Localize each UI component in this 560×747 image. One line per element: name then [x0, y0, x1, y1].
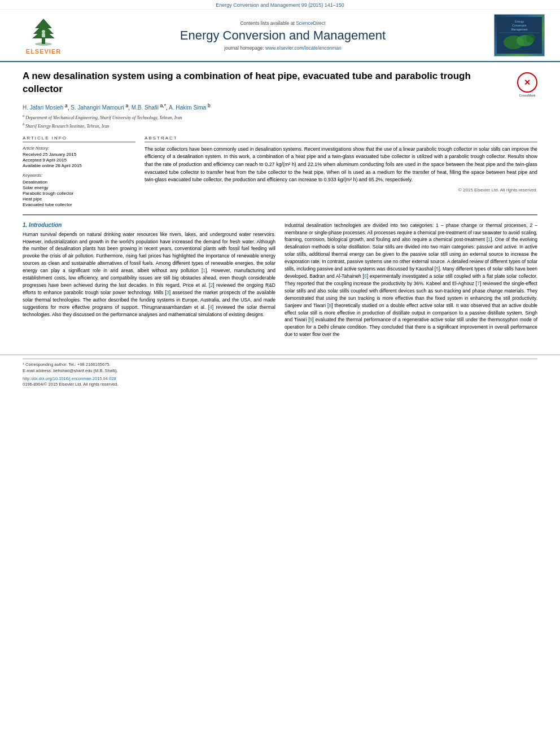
svg-text:Energy: Energy	[515, 20, 524, 23]
corresponding-note: * Corresponding author. Tel.: +98 216616…	[23, 362, 537, 367]
article-info-col: ARTICLE INFO Article history: Received 2…	[23, 136, 135, 208]
author-sima[interactable]: A. Hakim Sima	[169, 104, 206, 111]
journal-cover-area: Energy Conversion Management	[485, 14, 553, 56]
keyword-4: Heat pipe	[23, 196, 135, 202]
sciencedirect-link[interactable]: ScienceDirect	[296, 20, 325, 26]
svg-point-1	[35, 42, 52, 46]
received-date: Received 25 January 2015	[23, 152, 135, 157]
article-title: A new desalination system using a combin…	[23, 70, 511, 96]
affiliation-a: a Department of Mechanical Engineering, …	[23, 115, 182, 120]
accepted-date: Accepted 9 April 2015	[23, 158, 135, 163]
journal-homepage: journal homepage: www.elsevier.com/locat…	[80, 45, 485, 51]
article-info-header: ARTICLE INFO	[23, 136, 135, 142]
abstract-text: The solar collectors have been commonly …	[145, 146, 537, 184]
issn-line: 0196-8904/© 2015 Elsevier Ltd. All right…	[23, 382, 118, 387]
intro-text-right: Industrial desalination technologies are…	[285, 222, 537, 339]
journal-title: Energy Conversion and Management	[80, 28, 485, 43]
journal-info-center: Contents lists available at ScienceDirec…	[80, 20, 485, 51]
ref-6[interactable]: 6	[364, 273, 367, 279]
keyword-5: Evacuated tube collector	[23, 202, 135, 207]
info-abstract-section: ARTICLE INFO Article history: Received 2…	[23, 136, 537, 208]
cover-graphic: Energy Conversion Management	[497, 17, 542, 54]
journal-cover-image: Energy Conversion Management	[494, 14, 545, 56]
author-mosleh[interactable]: H. Jafari Mosleh	[23, 104, 63, 111]
ref-7[interactable]: 7	[477, 281, 480, 286]
content-area: A new desalination system using a combin…	[0, 62, 560, 349]
history-label: Article history:	[23, 146, 135, 151]
section-divider	[23, 215, 537, 215]
article-title-section: A new desalination system using a combin…	[23, 70, 537, 97]
author-shafii[interactable]: M.B. Shafii	[132, 104, 159, 111]
homepage-url[interactable]: www.elsevier.com/locate/enconman	[265, 45, 342, 51]
svg-rect-6	[42, 33, 45, 37]
ref-3[interactable]: 3	[167, 290, 169, 295]
intro-text-left: Human survival depends on natural drinki…	[23, 231, 275, 318]
affiliations: a Department of Mechanical Engineering, …	[23, 113, 537, 129]
body-col-left: 1. Introduction Human survival depends o…	[23, 222, 275, 342]
authors: H. Jafari Mosleh a, S. Jahangiri Mamouri…	[23, 103, 537, 111]
page-header: ELSEVIER Contents lists available at Sci…	[0, 10, 560, 62]
copyright: © 2015 Elsevier Ltd. All rights reserved…	[145, 187, 537, 193]
affiliation-b: b Sharif Energy Research Institute, Tehr…	[23, 124, 110, 129]
keywords-label: Keywords:	[23, 173, 135, 178]
author-list: H. Jafari Mosleh a, S. Jahangiri Mamouri…	[23, 104, 211, 111]
abstract-header: ABSTRACT	[145, 136, 537, 142]
keyword-3: Parabolic trough collector	[23, 191, 135, 196]
svg-text:Management: Management	[511, 28, 528, 31]
ref-9[interactable]: 9	[310, 317, 313, 322]
available-date: Available online 28 April 2015	[23, 163, 135, 168]
elsevier-logo-area: ELSEVIER	[7, 16, 80, 55]
ref-1-right[interactable]: 1	[488, 237, 491, 242]
ref-8[interactable]: 8	[329, 303, 331, 308]
page-footer: * Corresponding author. Tel.: +98 216616…	[0, 355, 560, 390]
abstract-col: ABSTRACT The solar collectors have been …	[145, 136, 537, 208]
keyword-1: Desalination	[23, 180, 135, 185]
doi-link[interactable]: http://dx.doi.org/10.1016/j.enconman.201…	[23, 376, 116, 381]
ref-2[interactable]: 2	[210, 282, 213, 288]
body-col-right: Industrial desalination technologies are…	[285, 222, 537, 342]
elsevier-tree-icon	[27, 16, 60, 47]
body-content: 1. Introduction Human survival depends o…	[23, 222, 537, 342]
sciencedirect-line: Contents lists available at ScienceDirec…	[80, 20, 485, 26]
svg-text:Conversion: Conversion	[512, 24, 527, 27]
svg-point-14	[526, 34, 535, 43]
svg-point-5	[42, 30, 45, 33]
intro-title: 1. Introduction	[23, 222, 275, 228]
journal-bar: Energy Conversion and Management 99 (201…	[0, 0, 560, 10]
elsevier-name: ELSEVIER	[26, 48, 61, 55]
journal-bar-text: Energy Conversion and Management 99 (201…	[216, 2, 344, 8]
crossmark-label: CrossMark	[517, 94, 537, 97]
crossmark-area: ✕ CrossMark	[517, 72, 537, 97]
ref-4[interactable]: 4	[209, 304, 212, 310]
ref-1-left[interactable]: 1	[203, 268, 205, 273]
elsevier-logo: ELSEVIER	[26, 16, 61, 55]
author-mamouri[interactable]: S. Jahangiri Mamouri	[71, 104, 124, 111]
crossmark-badge[interactable]: ✕	[517, 72, 537, 93]
email-note: E-mail address: behshad@sharif.edu (M.B.…	[23, 368, 537, 373]
ref-5[interactable]: 5	[436, 266, 439, 272]
keyword-2: Solar energy	[23, 185, 135, 190]
